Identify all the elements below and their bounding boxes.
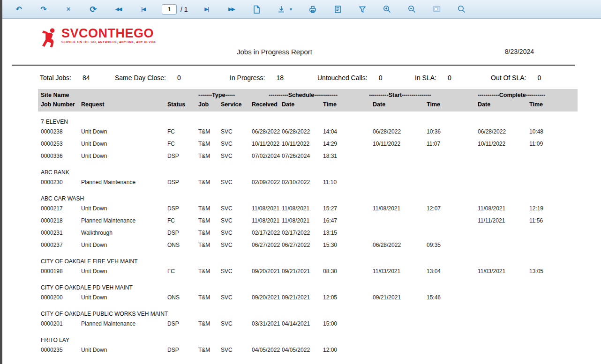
- table-cell: 11/08/2021: [252, 215, 282, 227]
- summary-item: Untouched Calls:0: [317, 74, 415, 82]
- previous-fast-icon[interactable]: ◀◀: [112, 3, 124, 15]
- report-title: Jobs in Progress Report: [237, 48, 312, 56]
- table-cell: 11/03/2021: [478, 265, 529, 277]
- table-cell: DSP: [167, 318, 198, 330]
- search-icon[interactable]: [456, 3, 468, 15]
- table-cell: T&M: [198, 239, 221, 251]
- table-row: 0000200Unit DownONST&MSVC09/20/202109/21…: [38, 291, 578, 304]
- page-number-input[interactable]: [162, 4, 177, 15]
- table-cell: [478, 291, 529, 304]
- print-layout-icon[interactable]: [331, 3, 344, 15]
- table-cell: SVC: [221, 176, 252, 188]
- summary-item: Out Of SLA:0: [491, 74, 541, 82]
- table-cell: T&M: [198, 176, 221, 188]
- table-cell: [373, 227, 427, 239]
- summary-label: Total Jobs:: [40, 74, 71, 82]
- column-header: Time: [529, 100, 578, 110]
- page-navigation: / 1: [162, 4, 188, 15]
- table-cell: 02/17/2022: [282, 227, 323, 239]
- table-cell: ONS: [167, 239, 198, 251]
- table-cell: 10/11/2022: [252, 138, 282, 150]
- fit-page-icon[interactable]: [431, 3, 443, 15]
- filter-icon[interactable]: [356, 3, 368, 15]
- table-cell: SVC: [221, 318, 252, 330]
- summary-value: 84: [83, 74, 90, 82]
- table-cell: 02/17/2022: [252, 227, 282, 239]
- table-cell: [427, 318, 478, 330]
- table-cell: T&M: [198, 318, 221, 330]
- print-icon[interactable]: [307, 3, 319, 15]
- table-cell: [478, 344, 529, 356]
- table-cell: SVC: [221, 215, 252, 227]
- table-cell: T&M: [198, 150, 221, 162]
- site-name: ABC BANK: [38, 169, 578, 176]
- summary-label: In Progress:: [230, 74, 265, 82]
- table-cell: [427, 215, 478, 227]
- table-cell: 11:09: [529, 138, 578, 150]
- refresh-icon[interactable]: ⟳: [87, 3, 99, 15]
- table-row: 0000198Unit DownFCT&MSVC09/20/202109/21/…: [38, 265, 578, 277]
- table-cell: SVC: [221, 138, 252, 150]
- export-download-icon[interactable]: [275, 3, 287, 15]
- table-cell: Unit Down: [81, 291, 167, 304]
- table-cell: 14:04: [323, 126, 373, 138]
- close-glyph: ✕: [66, 6, 71, 13]
- table-cell: [478, 318, 529, 330]
- close-icon[interactable]: ✕: [62, 3, 75, 15]
- fast-forward-glyph: ▶▶: [228, 6, 234, 12]
- first-page-icon[interactable]: |◀: [137, 3, 149, 15]
- table-cell: [427, 150, 478, 162]
- table-cell: FC: [167, 265, 198, 277]
- table-cell: 11/08/2021: [373, 202, 427, 215]
- forward-glyph: ↷: [40, 5, 46, 14]
- report-header: SVCONTHEGO SERVICE ON THE GO, ANYWHERE, …: [12, 25, 575, 64]
- last-page-icon[interactable]: ▶|: [201, 3, 213, 15]
- table-cell: 13:05: [529, 265, 578, 277]
- rewind-glyph: ◀◀: [115, 6, 121, 12]
- table-cell: 12:07: [427, 202, 478, 215]
- back-icon[interactable]: ↶: [13, 3, 25, 15]
- column-header: Date: [282, 100, 323, 110]
- table-row: 0000230Planned MaintenanceDSPT&MSVC02/09…: [38, 176, 578, 188]
- next-fast-icon[interactable]: ▶▶: [225, 3, 238, 15]
- table-cell: [478, 150, 529, 162]
- zoom-out-icon[interactable]: [406, 3, 418, 15]
- summary-value: 0: [379, 74, 383, 82]
- table-cell: Unit Down: [81, 138, 167, 150]
- table-cell: 06/27/2022: [252, 239, 282, 251]
- export-dropdown-icon[interactable]: ▾: [288, 3, 294, 15]
- table-cell: 09/20/2021: [252, 291, 282, 304]
- table-row: 0000201Planned MaintenanceDSPT&MSVC03/31…: [38, 318, 578, 330]
- complete-group-header: -----------Complete----------: [478, 90, 578, 100]
- table-cell: SVC: [221, 239, 252, 251]
- table-cell: T&M: [198, 265, 221, 277]
- table-cell: DSP: [167, 150, 198, 162]
- forward-icon[interactable]: ↷: [38, 3, 50, 15]
- new-document-icon[interactable]: [250, 3, 263, 15]
- table-cell: [373, 344, 427, 356]
- summary-item: In Progress:18: [230, 74, 317, 82]
- header-divider: [12, 65, 575, 66]
- site-name: 7-ELEVEN: [38, 118, 578, 126]
- table-row: 0000238Unit DownFCT&MSVC06/28/202206/28/…: [38, 126, 578, 138]
- table-header: Site Name -------Type----- ----------Sch…: [38, 89, 578, 111]
- table-cell: 09:35: [427, 239, 478, 251]
- site-name: CITY OF OAKDALE PD VEH MAINT: [38, 284, 578, 291]
- table-cell: 03/31/2021: [252, 318, 282, 330]
- table-row: 0000218Planned MaintenanceFCT&MSVC11/08/…: [38, 215, 578, 227]
- table-cell: Planned Maintenance: [81, 215, 167, 227]
- table-cell: 08:30: [323, 265, 373, 277]
- table-cell: SVC: [221, 227, 252, 239]
- table-cell: 02/10/2022: [282, 176, 323, 188]
- table-cell: 06/28/2022: [373, 239, 427, 251]
- column-header: Status: [167, 100, 198, 110]
- table-cell: FC: [167, 138, 198, 150]
- table-cell: 0000231: [38, 227, 81, 239]
- caret-glyph: ▾: [290, 7, 292, 12]
- zoom-in-icon[interactable]: [381, 3, 393, 15]
- table-cell: Unit Down: [81, 150, 167, 162]
- table-cell: 10/11/2022: [282, 138, 323, 150]
- table-cell: Unit Down: [81, 202, 167, 215]
- table-cell: T&M: [198, 291, 221, 304]
- report-content: SVCONTHEGO SERVICE ON THE GO, ANYWHERE, …: [2, 19, 601, 364]
